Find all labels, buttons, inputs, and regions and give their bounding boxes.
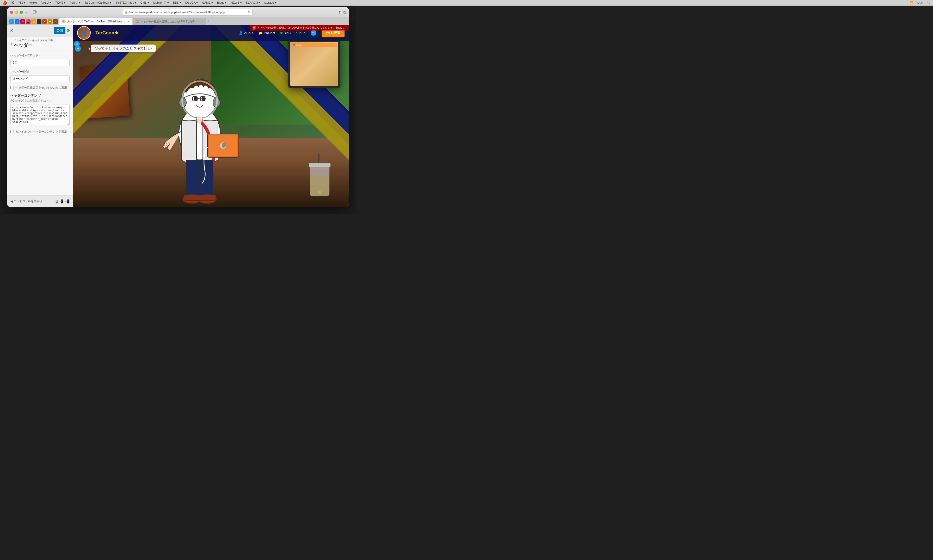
site-logo-text[interactable]: TarCoon★: [96, 30, 119, 36]
right-screen: 🎮 Game: [290, 42, 338, 86]
tab-favicon-snow: 🐒: [136, 20, 139, 23]
nav-info[interactable]: ℹ InFo: [296, 31, 305, 35]
mobile-content-checkbox[interactable]: [11, 130, 14, 133]
header-layout-select[interactable]: 1行 2行: [11, 59, 69, 66]
twitter-bookmark[interactable]: 🐦: [9, 19, 14, 24]
sword-bookmark[interactable]: ⚔: [42, 19, 47, 24]
hide-controls-label: コントロールを非表示: [14, 199, 42, 203]
pinterest-bookmark[interactable]: P: [20, 19, 25, 24]
drink-cup: [310, 165, 329, 196]
customize-sidebar: ✕ 公開 ⚙ ‹ 「レイアウト」をカスタマイズ中 ヘッダー: [7, 25, 73, 207]
nav-blog[interactable]: BloG: [281, 31, 291, 35]
book-prop: [80, 63, 130, 119]
apple-menu[interactable]: 🍎: [3, 1, 7, 5]
desktop-view-button[interactable]: 🖥: [55, 199, 59, 203]
hide-controls-button[interactable]: ◀ コントロールを非表示: [11, 199, 42, 203]
sidebar-top-bar: ✕ 公開 ⚙: [7, 25, 73, 37]
nav-back-button[interactable]: ‹: [26, 10, 27, 15]
notif-icon: 🐒: [252, 26, 256, 30]
header-position-field: ヘッダー位置 オーバレイ 通常: [11, 69, 69, 82]
header-position-select[interactable]: オーバレイ 通常: [11, 75, 69, 82]
sidebar-form: ヘッダーレイアウト 1行 2行 ヘッダー位置 オーバレイ 通常: [7, 50, 73, 195]
instagram-bookmark[interactable]: 📷: [26, 19, 31, 24]
mobile-content-label[interactable]: モバイルでもヘッダーコンテンツを表示: [15, 130, 67, 134]
back-button[interactable]: ‹: [11, 41, 12, 46]
social-bookmarks: 🐦 f P 📷 a ♪ ⚔ ★ 🎮: [9, 19, 58, 24]
svg-rect-20: [184, 195, 200, 200]
menu-item-finder[interactable]: ⌘: [11, 1, 14, 5]
title-bar: ‹ › 🔒 tarcoon.me/wp-admin/customize.php?…: [7, 7, 349, 17]
menu-item-bbs[interactable]: BBS ▾: [173, 1, 181, 5]
sidebar-nav-section: ‹ 「レイアウト」をカスタマイズ中 ヘッダー: [7, 37, 73, 50]
tab-favicon-customize: 🎨: [62, 20, 66, 23]
tab-close-snow[interactable]: ✕: [201, 20, 203, 23]
tab-customize[interactable]: 🎨 カスタマイズ: TarCoon☆CarToon -Official Web …: [59, 18, 133, 25]
speech-text: だってキミ オイラのこと スキでしょ♪: [94, 46, 152, 50]
sidebar-footer: ◀ コントロールを非表示 🖥 📱 📲: [7, 195, 73, 207]
menu-item-storage[interactable]: storage ▾: [264, 1, 276, 5]
tab-overview-button[interactable]: [33, 11, 37, 14]
header-content-textarea[interactable]: <div class="wp-block-snow-monkey-blocks-…: [11, 104, 69, 125]
notification-bar[interactable]: 🐒 ヘッダーの背景を透明にしたいがv5.0.8で白背景になってしまう – Sno…: [250, 25, 349, 31]
mobile-content-field: モバイルでもヘッダーコンテンツを表示: [11, 130, 69, 134]
header-edit-pencil[interactable]: ✏: [311, 30, 316, 36]
nav-about[interactable]: 👤 ABout: [239, 31, 253, 35]
mobile-view-button[interactable]: 📲: [65, 199, 69, 203]
close-button[interactable]: [10, 11, 13, 14]
nav-project[interactable]: 📁 ProJect: [259, 31, 275, 35]
menu-item-peerth[interactable]: Peerth ▾: [69, 1, 80, 5]
url-bar[interactable]: 🔒 tarcoon.me/wp-admin/customize.php?retu…: [122, 9, 253, 15]
sidebar-settings-button[interactable]: ⚙: [66, 28, 70, 33]
sidebar-toggle-button[interactable]: ⧉: [343, 10, 346, 15]
sidebar-close-button[interactable]: ✕: [10, 28, 14, 33]
svg-rect-21: [199, 195, 216, 200]
tab-snow-monkey[interactable]: 🐒 ヘッダーの背景を透明にしたいがv5.0.8で白背景になってしまう – Sno…: [133, 18, 206, 25]
menu-item-apple[interactable]: twitter: [29, 1, 37, 5]
extra-bookmark[interactable]: 🎮: [53, 19, 58, 24]
menu-item-systec[interactable]: SYSTEC Intel. ▾: [116, 1, 136, 5]
menu-item-mobile-hp[interactable]: Mobile HP ▾: [153, 1, 169, 5]
menu-item-search[interactable]: SEARCH ▾: [246, 1, 261, 5]
minimize-button[interactable]: [15, 11, 18, 14]
right-laptop: 🎮 Game: [288, 40, 340, 88]
header-position-label: ヘッダー位置: [11, 69, 69, 74]
preview-area: 🎮 Game: [73, 25, 349, 207]
comic-character: [150, 58, 249, 207]
share-button[interactable]: ⬆: [338, 10, 342, 15]
menu-item-tarcoon[interactable]: TarCoon☆CarToon ▾: [85, 1, 111, 5]
tablet-view-button[interactable]: 📱: [60, 199, 64, 203]
svg-rect-17: [201, 160, 213, 196]
header-layout-field: ヘッダーレイアウト 1行 2行: [11, 53, 69, 66]
site-avatar: 👤: [77, 26, 91, 40]
mobile-only-label[interactable]: ヘッダー位置設定をモバイルのみに適用: [15, 86, 67, 89]
menu-item-yeneuro[interactable]: ¥€$ ▾: [18, 1, 25, 5]
star-bookmark[interactable]: ★: [48, 19, 52, 24]
tab-close-customize[interactable]: ✕: [128, 20, 130, 23]
mobile-only-checkbox[interactable]: [11, 86, 14, 89]
view-size-buttons: 🖥 📱 📲: [55, 199, 69, 203]
tab-bar: 🐦 f P 📷 a ♪ ⚔ ★ 🎮 🎨 カスタマイズ: TarCoon☆CarT…: [7, 17, 349, 25]
facebook-bookmark[interactable]: f: [15, 19, 20, 24]
svg-rect-16: [186, 160, 198, 196]
menu-item-gns[interactable]: GNS ▾: [140, 1, 149, 5]
menu-item-tkms[interactable]: TKMS ▾: [55, 1, 66, 5]
tab-label-snow: ヘッダーの背景を透明にしたいがv5.0.8で白背景になってしまう – Snow …: [141, 20, 199, 23]
menu-item-game[interactable]: GAME ▾: [202, 1, 213, 5]
add-tab-button[interactable]: +: [207, 18, 211, 24]
traffic-lights: [10, 11, 23, 14]
header-content-note: PC サイズでのみ表示されます。: [11, 99, 69, 103]
publish-button[interactable]: 公開: [54, 27, 65, 34]
nav-forward-button[interactable]: ›: [29, 10, 30, 15]
header-layout-label: ヘッダーレイアウト: [11, 53, 69, 58]
menu-item-blogs[interactable]: Blogs ▾: [217, 1, 227, 5]
menu-item-valu[interactable]: VALU ▾: [42, 1, 51, 5]
reload-button[interactable]: ↻: [248, 11, 250, 14]
maximize-button[interactable]: [20, 11, 23, 14]
header-content-label: ヘッダーコンテンツ: [11, 93, 69, 98]
body-edit-pencil[interactable]: ✏: [75, 46, 81, 52]
menu-item-douga[interactable]: DOUGA ▾: [185, 1, 198, 5]
music-bookmark[interactable]: ♪: [37, 19, 42, 24]
menu-item-news[interactable]: NEWS ▾: [231, 1, 242, 5]
hide-controls-icon: ◀: [11, 200, 13, 203]
amazon-bookmark[interactable]: a: [31, 19, 36, 24]
